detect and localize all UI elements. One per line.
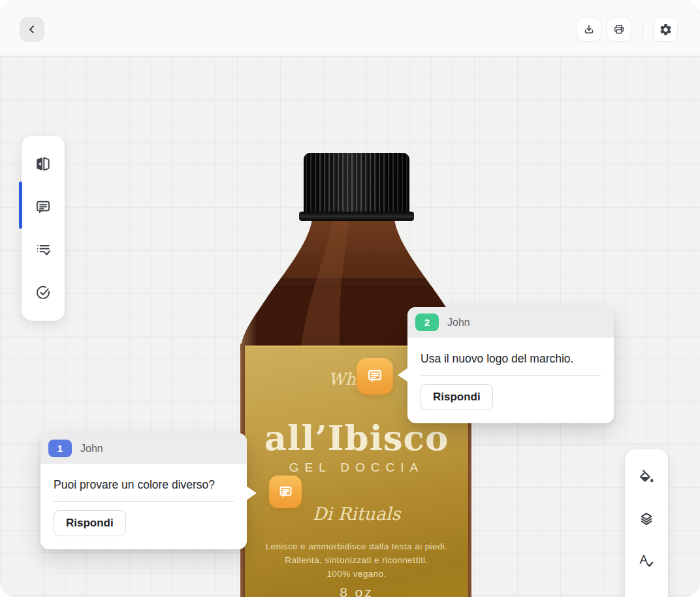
- chevron-left-icon: [26, 24, 38, 35]
- compare-pages-icon: [35, 155, 52, 172]
- layers-icon: [638, 510, 655, 527]
- typography-icon: Aa: [637, 594, 656, 597]
- sidebar-item-compare[interactable]: [29, 150, 57, 178]
- toolbar-actions: [577, 17, 678, 42]
- label-description: Lenisce e ammorbidisce dalla testa ai pi…: [251, 540, 462, 581]
- gear-icon: [659, 23, 673, 37]
- label-description-line: Rallenta, sintonizzati e riconnettiti.: [251, 554, 462, 568]
- comment-author: John: [80, 443, 103, 455]
- checklist-icon: [35, 241, 52, 258]
- label-subtitle: GEL DOCCIA: [245, 460, 468, 475]
- comment-card-body: Puoi provare un colore diverso? Rispondi: [40, 464, 247, 549]
- right-tool-rail: A Aa: [625, 449, 668, 597]
- typography-icon-button[interactable]: Aa: [632, 588, 661, 597]
- settings-button[interactable]: [653, 17, 678, 42]
- approve-check-icon: [35, 284, 52, 301]
- sidebar-item-comments[interactable]: [29, 193, 57, 221]
- comment-pin-1[interactable]: [269, 476, 302, 508]
- comment-pin-2[interactable]: [357, 358, 393, 395]
- toolbar-divider: [642, 20, 643, 39]
- comment-text: Usa il nuovo logo del marchio.: [421, 349, 601, 376]
- comment-card-2: 2 John Usa il nuovo logo del marchio. Ri…: [407, 307, 614, 423]
- download-icon: [582, 23, 596, 36]
- design-canvas[interactable]: Whi all’Ibisco GEL DOCCIA Di Rituals Len…: [0, 56, 700, 597]
- comment-card-header: 2 John: [407, 307, 614, 338]
- spellcheck-letter: A: [640, 553, 648, 566]
- back-button[interactable]: [20, 17, 44, 42]
- print-icon: [612, 23, 626, 36]
- sidebar-item-approve[interactable]: [29, 278, 57, 307]
- print-button[interactable]: [607, 17, 631, 42]
- top-toolbar: [0, 0, 700, 56]
- reply-button[interactable]: Rispondi: [421, 384, 493, 410]
- active-tool-indicator: [19, 182, 22, 229]
- comment-bubble-icon: [277, 483, 294, 501]
- download-button[interactable]: [577, 17, 601, 42]
- label-size: 8 oz: [245, 585, 468, 597]
- comment-bubble-icon: [365, 366, 385, 386]
- bottle-cap: [304, 153, 409, 215]
- comment-number-badge: 2: [415, 314, 439, 331]
- fill-color-icon: [638, 468, 655, 485]
- comment-author: John: [447, 317, 470, 329]
- bottle-cap-ring: [299, 212, 414, 221]
- comment-number-badge: 1: [48, 440, 72, 457]
- sidebar-item-checklist[interactable]: [29, 235, 57, 264]
- spellcheck-icon: A: [637, 551, 656, 570]
- comment-card-body: Usa il nuovo logo del marchio. Rispondi: [407, 338, 614, 423]
- comment-card-1: 1 John Puoi provare un colore diverso? R…: [40, 433, 247, 549]
- comments-icon: [35, 199, 52, 216]
- reply-button[interactable]: Rispondi: [54, 510, 126, 536]
- layers-icon-button[interactable]: [632, 504, 661, 533]
- spellcheck-icon-button[interactable]: A: [632, 546, 661, 575]
- comment-card-header: 1 John: [40, 433, 247, 464]
- label-description-line: Lenisce e ammorbidisce dalla testa ai pi…: [251, 540, 462, 554]
- comment-text: Puoi provare un colore diverso?: [54, 475, 234, 502]
- label-title: all’Ibisco: [245, 417, 468, 458]
- design-review-app: Whi all’Ibisco GEL DOCCIA Di Rituals Len…: [0, 0, 700, 597]
- label-description-line: 100% vegano.: [251, 568, 462, 581]
- left-tool-rail: [22, 136, 65, 321]
- fill-color-icon-button[interactable]: [632, 462, 661, 491]
